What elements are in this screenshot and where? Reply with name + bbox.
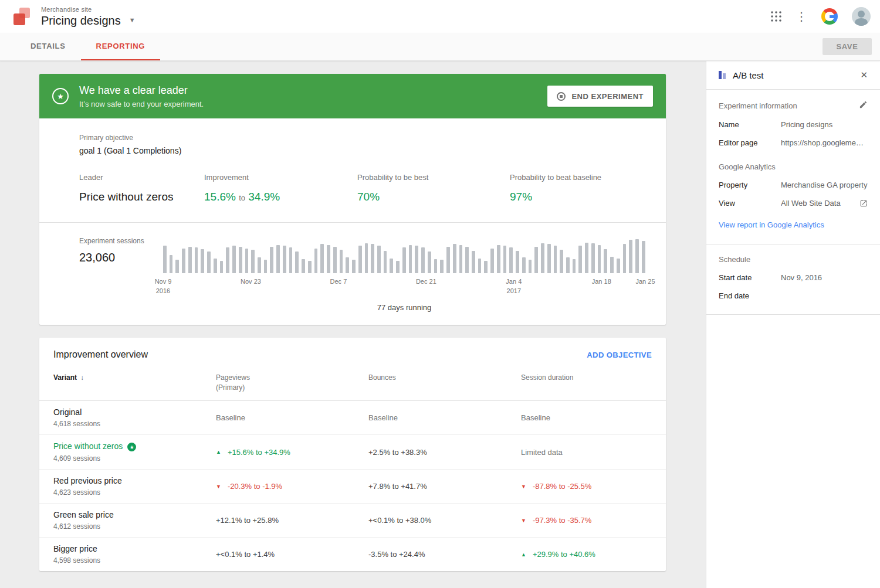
overflow-menu-icon[interactable]: ⋮ — [796, 11, 807, 22]
axis-tick-label: Nov 92016 — [155, 277, 172, 296]
session-bar — [358, 246, 362, 273]
metric-cell: +<0.1% to +1.4% — [216, 550, 368, 559]
column-variant[interactable]: Variant↓ — [53, 373, 216, 393]
session-bar — [175, 260, 179, 273]
session-bar — [560, 250, 563, 273]
report-content: ★ We have a clear leader It’s now safe t… — [0, 61, 706, 588]
session-bar — [245, 249, 249, 273]
end-experiment-button[interactable]: END EXPERIMENT — [547, 86, 653, 107]
close-icon[interactable]: ✕ — [860, 70, 868, 80]
session-bar — [207, 251, 211, 273]
tab-details[interactable]: DETAILS — [15, 33, 81, 60]
session-bar — [163, 246, 167, 273]
ab-test-panel: A/B test ✕ Experiment information Name P… — [706, 61, 880, 588]
property-field: Property Merchandise GA property — [719, 181, 868, 189]
add-objective-button[interactable]: ADD OBJECTIVE — [587, 351, 652, 359]
panel-title: A/B test — [733, 70, 764, 80]
session-bar — [541, 243, 544, 273]
end-date-field: End date — [719, 291, 868, 300]
objective-goal: goal 1 (Goal 1 Completions) — [79, 146, 652, 155]
ab-test-icon — [719, 71, 726, 79]
table-row[interactable]: Price without zeros★4,609 sessions▲+15.6… — [39, 435, 666, 470]
google-logo-icon[interactable] — [821, 8, 838, 25]
table-row[interactable]: Red previous price4,623 sessions▼-20.3% … — [39, 470, 666, 504]
session-bar — [484, 261, 488, 273]
trend-down-icon: ▼ — [521, 518, 526, 524]
session-bar — [295, 251, 299, 273]
session-bar — [226, 247, 229, 273]
session-bar — [509, 247, 513, 273]
column-bounces: Bounces — [368, 373, 521, 393]
session-bar — [188, 247, 192, 273]
session-bar — [333, 247, 337, 273]
metric-cell: +2.5% to +38.3% — [368, 448, 521, 457]
probability-beat-label: Probability to beat baseline — [510, 173, 652, 182]
table-row[interactable]: Green sale price4,612 sessions+12.1% to … — [39, 504, 666, 538]
session-bar — [497, 245, 500, 273]
save-button[interactable]: SAVE — [823, 38, 872, 55]
user-avatar[interactable] — [852, 7, 871, 26]
session-bar — [623, 244, 627, 273]
metric-cell: -3.5% to +24.4% — [368, 550, 521, 559]
variant-sessions: 4,609 sessions — [53, 454, 216, 463]
session-bar — [465, 247, 469, 273]
open-in-new-icon[interactable] — [859, 199, 868, 208]
chevron-down-icon[interactable]: ▼ — [129, 16, 136, 23]
metric-cell: ▼-87.8% to -25.5% — [521, 482, 666, 491]
tab-reporting[interactable]: REPORTING — [81, 33, 161, 60]
variant-sessions: 4,623 sessions — [53, 488, 216, 497]
column-session-duration: Session duration — [521, 373, 666, 393]
session-bar — [276, 245, 280, 273]
apps-grid-icon[interactable] — [771, 11, 781, 22]
trend-down-icon: ▼ — [216, 484, 221, 490]
session-bar — [446, 247, 450, 273]
metric-cell: +7.8% to +41.7% — [368, 482, 521, 491]
field-value: All Web Site Data — [781, 199, 856, 208]
session-bar — [434, 259, 438, 273]
session-bar — [384, 251, 387, 273]
experiment-title-block: Merchandise site Pricing designs ▼ — [41, 6, 136, 28]
leader-value: Price without zeros — [79, 191, 204, 203]
session-bar — [170, 255, 173, 273]
start-date-field: Start date Nov 9, 2016 — [719, 273, 868, 282]
table-header: Variant↓ Pageviews (Primary) Bounces Ses… — [39, 371, 666, 401]
axis-tick-label: Jan 25 — [635, 277, 655, 287]
field-label: View — [719, 199, 781, 208]
metric-cell: +12.1% to +25.8% — [216, 516, 368, 525]
schedule-section: Schedule Start date Nov 9, 2016 End date — [706, 244, 880, 315]
axis-tick-label: Nov 23 — [241, 277, 261, 287]
session-bar — [453, 244, 456, 273]
table-row[interactable]: Original4,618 sessionsBaselineBaselineBa… — [39, 401, 666, 435]
sessions-chart: Nov 92016Nov 23Dec 7Dec 21Jan 42017Jan 1… — [163, 237, 645, 322]
winner-star-icon: ★ — [127, 443, 136, 451]
leader-label: Leader — [79, 173, 204, 182]
field-label: Name — [719, 120, 781, 129]
experiment-info-header: Experiment information — [719, 101, 797, 110]
session-bar — [578, 246, 582, 273]
session-bar — [283, 246, 286, 273]
session-bar — [346, 257, 349, 273]
variant-sessions: 4,612 sessions — [53, 522, 216, 531]
view-report-link[interactable]: View report in Google Analytics — [719, 220, 824, 229]
schedule-header: Schedule — [719, 255, 750, 264]
trend-up-icon: ▲ — [521, 552, 526, 558]
improvement-label: Improvement — [204, 173, 357, 182]
session-bar — [289, 247, 293, 273]
session-bar — [591, 243, 595, 273]
session-bar — [320, 244, 324, 273]
probability-beat-stat: Probability to beat baseline 97% — [510, 173, 652, 203]
end-experiment-label: END EXPERIMENT — [571, 92, 644, 101]
improvement-value: 15.6% to 34.9% — [204, 191, 357, 203]
table-row[interactable]: Bigger price4,598 sessions+<0.1% to +1.4… — [39, 538, 666, 571]
session-bar — [302, 259, 305, 273]
metric-cell: Baseline — [368, 413, 521, 422]
session-bar — [428, 251, 431, 273]
field-label: Editor page — [719, 138, 781, 147]
edit-pencil-icon[interactable] — [859, 100, 868, 111]
leader-banner: ★ We have a clear leader It’s now safe t… — [39, 74, 666, 118]
metric-cell: Baseline — [216, 413, 368, 422]
variant-name: Price without zeros★ — [53, 441, 216, 452]
top-bar: Merchandise site Pricing designs ▼ ⋮ — [0, 0, 880, 33]
banner-title: We have a clear leader — [79, 84, 204, 97]
session-bar — [308, 261, 312, 273]
